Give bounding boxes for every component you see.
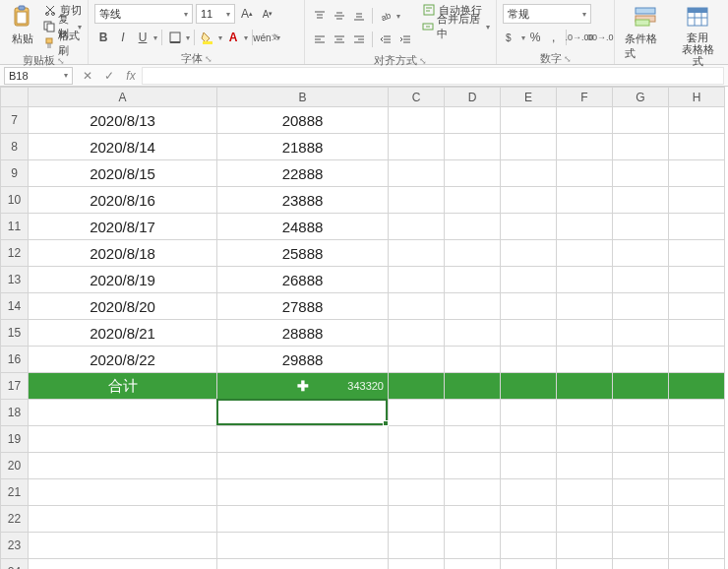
- cell-E22[interactable]: [501, 506, 557, 533]
- cell-H15[interactable]: [669, 320, 725, 347]
- cell-A22[interactable]: [29, 506, 217, 533]
- cell-A18[interactable]: [29, 400, 217, 426]
- align-right-button[interactable]: [350, 31, 368, 48]
- font-size-select[interactable]: 11▾: [196, 4, 235, 24]
- row-header-17[interactable]: 17: [1, 373, 29, 400]
- row-header-8[interactable]: 8: [1, 134, 29, 160]
- cell-G13[interactable]: [613, 267, 669, 293]
- align-center-button[interactable]: [331, 31, 348, 48]
- cell-A20[interactable]: [29, 453, 217, 479]
- cell-D7[interactable]: [445, 107, 501, 134]
- row-header-23[interactable]: 23: [1, 533, 29, 559]
- cell-G20[interactable]: [613, 453, 669, 479]
- align-top-button[interactable]: [311, 7, 329, 25]
- chevron-down-icon[interactable]: ▾: [276, 33, 280, 42]
- cell-B21[interactable]: [217, 479, 389, 506]
- cell-A21[interactable]: [29, 479, 217, 506]
- cell-H21[interactable]: [669, 479, 725, 506]
- cell-H24[interactable]: [669, 559, 725, 570]
- cell-E20[interactable]: [501, 453, 557, 479]
- cell-A19[interactable]: [29, 426, 217, 453]
- cell-A10[interactable]: 2020/8/16: [29, 187, 217, 214]
- row-header-16[interactable]: 16: [1, 347, 29, 373]
- cell-A11[interactable]: 2020/8/17: [29, 214, 217, 240]
- border-button[interactable]: [166, 29, 184, 46]
- cell-D9[interactable]: [445, 160, 501, 187]
- cell-B11[interactable]: 24888: [217, 214, 389, 240]
- cell-E13[interactable]: [501, 267, 557, 293]
- chevron-down-icon[interactable]: ▾: [244, 33, 248, 42]
- cell-H13[interactable]: [669, 267, 725, 293]
- cell-E21[interactable]: [501, 479, 557, 506]
- cell-E14[interactable]: [501, 293, 557, 320]
- row-header-12[interactable]: 12: [1, 240, 29, 267]
- row-header-9[interactable]: 9: [1, 160, 29, 187]
- cell-F11[interactable]: [557, 214, 613, 240]
- cell-B20[interactable]: [217, 453, 389, 479]
- col-header-G[interactable]: G: [613, 88, 669, 107]
- cell-G9[interactable]: [613, 160, 669, 187]
- cell-A17[interactable]: 合计: [29, 373, 217, 400]
- cell-A8[interactable]: 2020/8/14: [29, 134, 217, 160]
- cell-D8[interactable]: [445, 134, 501, 160]
- cell-F21[interactable]: [557, 479, 613, 506]
- cell-E19[interactable]: [501, 426, 557, 453]
- number-format-select[interactable]: 常规▾: [503, 4, 591, 24]
- cell-C18[interactable]: [389, 400, 445, 426]
- decrease-font-button[interactable]: A▾: [259, 5, 276, 23]
- font-name-select[interactable]: 等线▾: [94, 4, 193, 24]
- cell-E17[interactable]: [501, 373, 557, 400]
- cell-C13[interactable]: [389, 267, 445, 293]
- cell-C19[interactable]: [389, 426, 445, 453]
- cell-D20[interactable]: [445, 453, 501, 479]
- currency-button[interactable]: $: [503, 29, 519, 46]
- percent-button[interactable]: %: [527, 29, 544, 46]
- cell-F13[interactable]: [557, 267, 613, 293]
- cell-C20[interactable]: [389, 453, 445, 479]
- cell-A13[interactable]: 2020/8/19: [29, 267, 217, 293]
- cell-G21[interactable]: [613, 479, 669, 506]
- row-header-20[interactable]: 20: [1, 453, 29, 479]
- decrease-indent-button[interactable]: [377, 31, 394, 48]
- cell-H12[interactable]: [669, 240, 725, 267]
- select-all-cell[interactable]: [1, 88, 29, 107]
- cell-A16[interactable]: 2020/8/22: [29, 347, 217, 373]
- row-header-19[interactable]: 19: [1, 426, 29, 453]
- cell-H8[interactable]: [669, 134, 725, 160]
- row-header-15[interactable]: 15: [1, 320, 29, 347]
- cell-E10[interactable]: [501, 187, 557, 214]
- cell-C8[interactable]: [389, 134, 445, 160]
- cell-C22[interactable]: [389, 506, 445, 533]
- cell-C16[interactable]: [389, 347, 445, 373]
- chevron-down-icon[interactable]: ▾: [186, 33, 190, 42]
- cell-G10[interactable]: [613, 187, 669, 214]
- merge-center-button[interactable]: 合并后居中 ▾: [420, 19, 492, 34]
- dialog-launcher-icon[interactable]: ⤡: [419, 56, 427, 66]
- cell-H9[interactable]: [669, 160, 725, 187]
- cell-F15[interactable]: [557, 320, 613, 347]
- row-header-13[interactable]: 13: [1, 267, 29, 293]
- cell-H23[interactable]: [669, 533, 725, 559]
- paste-button[interactable]: 粘贴: [4, 2, 41, 51]
- cell-E8[interactable]: [501, 134, 557, 160]
- cell-G23[interactable]: [613, 533, 669, 559]
- cell-B12[interactable]: 25888: [217, 240, 389, 267]
- cell-F22[interactable]: [557, 506, 613, 533]
- cell-C12[interactable]: [389, 240, 445, 267]
- cell-B22[interactable]: [217, 506, 389, 533]
- cell-H19[interactable]: [669, 426, 725, 453]
- cell-F20[interactable]: [557, 453, 613, 479]
- cell-C11[interactable]: [389, 214, 445, 240]
- italic-button[interactable]: I: [114, 29, 132, 46]
- cell-E24[interactable]: [501, 559, 557, 570]
- accept-formula-button[interactable]: ✓: [98, 67, 120, 85]
- cell-E7[interactable]: [501, 107, 557, 134]
- increase-indent-button[interactable]: [396, 31, 414, 48]
- row-header-22[interactable]: 22: [1, 506, 29, 533]
- cell-B19[interactable]: [217, 426, 389, 453]
- cell-A14[interactable]: 2020/8/20: [29, 293, 217, 320]
- cell-A24[interactable]: [29, 559, 217, 570]
- cell-H11[interactable]: [669, 214, 725, 240]
- cell-D11[interactable]: [445, 214, 501, 240]
- dialog-launcher-icon[interactable]: ⤡: [57, 56, 65, 66]
